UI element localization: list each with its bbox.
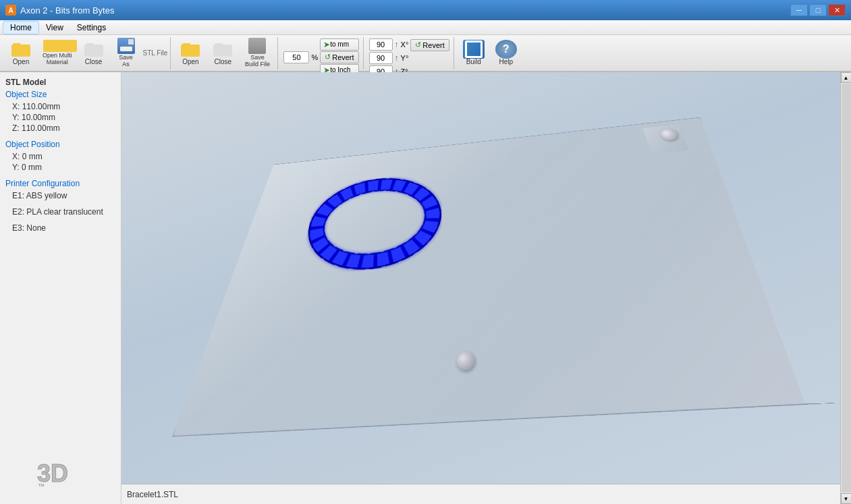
svg-text:™: ™ xyxy=(38,482,45,490)
rotate-x-label: X° xyxy=(401,40,409,49)
rotate-x-input[interactable] xyxy=(369,38,393,51)
open-icon xyxy=(10,41,32,57)
main-content: STL Model Object Size X: 110.00mm Y: 10.… xyxy=(0,72,851,504)
scroll-up-arrow[interactable]: ▲ xyxy=(841,72,852,83)
rotate-x-arrow: ↑ xyxy=(395,40,399,49)
open-multi-icon xyxy=(47,40,68,52)
minimize-button[interactable]: ─ xyxy=(790,4,808,16)
window-controls: ─ □ ✕ xyxy=(790,4,846,16)
rotate-x-row: ↑ X° xyxy=(369,38,409,51)
rotate-revert-arrow: ↺ xyxy=(415,40,421,49)
window-title: Axon 2 - Bits from Bytes xyxy=(20,5,790,16)
scroll-down-arrow[interactable]: ▼ xyxy=(841,493,852,504)
scroll-track[interactable] xyxy=(842,84,851,493)
scale-revert-label: Revert xyxy=(332,53,354,61)
filename-label: Bracelet1.STL xyxy=(127,490,178,499)
menu-home[interactable]: Home xyxy=(3,21,39,34)
bfb-open-icon xyxy=(180,41,201,57)
open-button[interactable]: Open xyxy=(5,38,36,68)
scale-input[interactable] xyxy=(283,51,309,63)
close-button[interactable]: Close xyxy=(78,38,109,68)
toolbar-bfb-group: Open Close SaveBuild File xyxy=(172,37,278,69)
scale-mm-label: to mm xyxy=(330,40,349,48)
close-button[interactable]: ✕ xyxy=(828,4,846,16)
sidebar: STL Model Object Size X: 110.00mm Y: 10.… xyxy=(0,72,121,504)
rotate-y-arrow: ↑ xyxy=(395,53,399,63)
rotate-y-row: ↑ Y° xyxy=(369,52,409,64)
bfb-open-button[interactable]: Open xyxy=(175,38,206,68)
toolbar-rotate-group: ↑ X° ↑ Y° ↑ Z° ↺ Revert xyxy=(365,37,454,69)
scale-mm-arrow: ➤ xyxy=(323,40,330,49)
menu-settings[interactable]: Settings xyxy=(70,22,113,34)
object-position-link[interactable]: Object Position xyxy=(5,140,115,149)
rotate-y-input[interactable] xyxy=(369,52,393,64)
extruder-e3: E3: None xyxy=(5,223,115,233)
toolbar-build-group: Build ? Help xyxy=(456,37,524,69)
app-icon: A xyxy=(5,5,16,16)
printer-config-link[interactable]: Printer Configuration xyxy=(5,179,115,188)
scale-revert-arrow: ↺ xyxy=(325,53,331,61)
rotate-revert-label: Revert xyxy=(422,41,444,49)
build-icon xyxy=(463,41,485,57)
bfb-close-button[interactable]: Close xyxy=(207,38,238,68)
stl-group-label: STL File xyxy=(143,49,168,57)
close-file-icon xyxy=(83,41,105,57)
extruder-e2: E2: PLA clear translucent xyxy=(5,207,115,217)
object-position-x: X: 0 mm xyxy=(5,152,115,161)
rotate-revert-button[interactable]: ↺ Revert xyxy=(410,39,449,51)
menu-bar: Home View Settings xyxy=(0,20,851,35)
object-size-y: Y: 10.00mm xyxy=(5,113,115,122)
bfb-close-icon xyxy=(212,41,234,57)
platform-container xyxy=(121,72,840,484)
toolbar: Open Open MultiMaterial Close xyxy=(0,35,851,72)
menu-view[interactable]: View xyxy=(39,22,70,34)
scale-to-mm-button[interactable]: ➤ to mm xyxy=(320,38,358,51)
build-button[interactable]: Build xyxy=(458,38,489,68)
save-as-button[interactable]: SaveAs xyxy=(111,38,142,68)
toolbar-stl-group: Open Open MultiMaterial Close xyxy=(3,37,171,69)
title-bar: A Axon 2 - Bits from Bytes ─ □ ✕ xyxy=(0,0,851,20)
bracelet-object xyxy=(298,171,442,275)
toolbar-scale-group: % ➤ to mm ↺ Revert ➤ to Inch Scale Geome… xyxy=(279,37,363,69)
logo-svg: 3D ™ xyxy=(34,451,88,492)
sidebar-logo: 3D ™ xyxy=(5,445,115,499)
help-icon: ? xyxy=(495,41,517,57)
save-build-icon xyxy=(246,38,268,54)
help-button[interactable]: ? Help xyxy=(491,38,522,68)
stl-model-title: STL Model xyxy=(5,78,115,87)
open-multi-button[interactable]: Open MultiMaterial xyxy=(38,38,77,68)
3d-viewport[interactable]: Bracelet1.STL xyxy=(121,72,840,504)
scale-unit: % xyxy=(311,53,318,61)
save-build-button[interactable]: SaveBuild File xyxy=(240,38,275,68)
save-as-icon xyxy=(115,38,137,54)
object-size-link[interactable]: Object Size xyxy=(5,90,115,99)
platform-top xyxy=(172,117,838,437)
filename-bar: Bracelet1.STL xyxy=(121,484,840,504)
scale-revert-button[interactable]: ↺ Revert xyxy=(320,51,358,63)
maximize-button[interactable]: □ xyxy=(809,4,827,16)
object-position-y: Y: 0 mm xyxy=(5,163,115,172)
rotate-y-label: Y° xyxy=(401,54,409,62)
extruder-e1: E1: ABS yellow xyxy=(5,191,115,200)
object-size-x: X: 110.00mm xyxy=(5,102,115,111)
scrollbar[interactable]: ▲ ▼ xyxy=(840,72,851,504)
object-size-z: Z: 110.00mm xyxy=(5,123,115,133)
scale-row: % ➤ to mm ↺ Revert ➤ to Inch xyxy=(283,38,358,76)
